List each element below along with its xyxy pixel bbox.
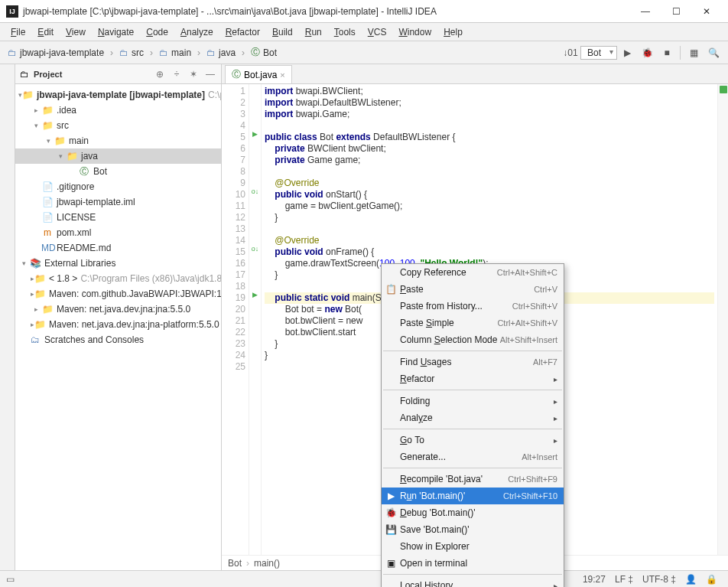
tree-item[interactable]: ▾📚External Libraries <box>15 256 221 271</box>
menu-edit[interactable]: Edit <box>31 25 60 39</box>
menu-help[interactable]: Help <box>437 25 469 39</box>
tree-item[interactable]: ⒸBot <box>15 164 221 179</box>
menu-view[interactable]: View <box>60 25 92 39</box>
build-icon[interactable]: ↓01 <box>562 44 579 61</box>
stop-button[interactable]: ■ <box>658 44 675 61</box>
lock-icon[interactable]: 🔒 <box>706 574 717 585</box>
ctx-analyze[interactable]: Analyze▸ <box>382 409 564 426</box>
app-icon: IJ <box>6 5 18 18</box>
ctx-refactor[interactable]: Refactor▸ <box>382 370 564 387</box>
run-config-select[interactable]: Bot <box>580 46 617 60</box>
file-encoding[interactable]: UTF-8 ‡ <box>642 574 676 585</box>
editor-tab-bot[interactable]: Ⓒ Bot.java × <box>225 65 292 83</box>
project-tool-icon: 🗀 <box>20 69 29 80</box>
breadcrumb-java[interactable]: 🗀java <box>203 46 239 60</box>
ctx-run-bot-main-[interactable]: ▶Run 'Bot.main()'Ctrl+Shift+F10 <box>382 488 564 504</box>
window-title: jbwapi-template [C:\p\jbwapi-java-templa… <box>23 6 630 17</box>
menu-code[interactable]: Code <box>140 25 174 39</box>
ctx-paste[interactable]: 📋PasteCtrl+V <box>382 281 564 298</box>
ctx-column-selection-mode[interactable]: Column Selection ModeAlt+Shift+Insert <box>382 331 564 348</box>
menu-tools[interactable]: Tools <box>328 25 362 39</box>
menu-refactor[interactable]: Refactor <box>219 25 266 39</box>
collapse-icon[interactable]: ÷ <box>171 69 183 80</box>
breadcrumb[interactable]: 🗀jbwapi-java-template›🗀src›🗀main›🗀java›Ⓒ… <box>5 44 280 60</box>
menu-vcs[interactable]: VCS <box>362 25 393 39</box>
tree-item[interactable]: ▸📁Maven: com.github.JavaBWAPI:JBWAPI:1.4 <box>15 286 221 302</box>
tree-item[interactable]: 📄.gitignore <box>15 179 221 194</box>
ctx-copy-reference[interactable]: Copy ReferenceCtrl+Alt+Shift+C <box>382 264 564 281</box>
ctx-open-in-terminal[interactable]: ▣Open in terminal <box>382 555 564 572</box>
tree-item[interactable]: 📄LICENSE <box>15 210 221 225</box>
menu-navigate[interactable]: Navigate <box>92 25 140 39</box>
settings-icon[interactable]: ✶ <box>187 69 200 80</box>
inspection-ok-icon <box>720 86 727 93</box>
tree-item[interactable]: ▸📁< 1.8 >C:\Program Files (x86)\Java\jdk… <box>15 271 221 286</box>
ctx-recompile-bot-java-[interactable]: Recompile 'Bot.java'Ctrl+Shift+F9 <box>382 471 564 488</box>
minimize-button[interactable]: — <box>630 0 661 23</box>
ctx-go-to[interactable]: Go To▸ <box>382 432 564 448</box>
tree-item[interactable]: ▸📁Maven: net.java.dev.jna:jna-platform:5… <box>15 317 221 332</box>
tree-item[interactable]: 📄jbwapi-template.iml <box>15 194 221 210</box>
line-gutter[interactable]: 1234567891011121314151617181920212223242… <box>222 84 249 555</box>
debug-button[interactable]: 🐞 <box>639 44 655 61</box>
left-stripe[interactable] <box>0 64 15 570</box>
method-crumb-method[interactable]: main() <box>254 558 280 569</box>
locate-icon[interactable]: ⊕ <box>154 69 166 80</box>
run-button[interactable]: ▶ <box>619 44 635 61</box>
menu-bar: FileEditViewNavigateCodeAnalyzeRefactorB… <box>0 23 728 41</box>
breadcrumb-main[interactable]: 🗀main <box>156 46 194 60</box>
tree-item[interactable]: ▾📁jbwapi-java-template [jbwapi-template]… <box>15 87 221 103</box>
maximize-button[interactable]: ☐ <box>661 0 691 23</box>
breadcrumb-src[interactable]: 🗀src <box>116 46 147 60</box>
breadcrumb-bot[interactable]: ⒸBot <box>248 44 280 60</box>
error-stripe[interactable] <box>717 84 728 555</box>
breadcrumb-jbwapi-java-template[interactable]: 🗀jbwapi-java-template <box>5 46 107 60</box>
inspection-icon[interactable]: 👤 <box>685 574 697 585</box>
close-tab-icon[interactable]: × <box>280 70 284 80</box>
method-crumb-class[interactable]: Bot <box>228 558 242 569</box>
ctx-generate-[interactable]: Generate...Alt+Insert <box>382 448 564 465</box>
tree-item[interactable]: ▾📁java <box>15 148 221 164</box>
ctx-local-history[interactable]: Local History▸ <box>382 577 564 587</box>
editor-context-menu[interactable]: Copy ReferenceCtrl+Alt+Shift+C📋PasteCtrl… <box>381 263 564 587</box>
close-button[interactable]: ✕ <box>691 0 722 23</box>
layout-icon[interactable]: ▦ <box>685 44 702 61</box>
ctx-paste-simple[interactable]: Paste SimpleCtrl+Alt+Shift+V <box>382 315 564 331</box>
menu-file[interactable]: File <box>5 25 31 39</box>
line-separator[interactable]: LF ‡ <box>615 574 633 585</box>
hide-icon[interactable]: — <box>204 69 216 80</box>
menu-analyze[interactable]: Analyze <box>174 25 219 39</box>
tree-item[interactable]: ▸📁Maven: net.java.dev.jna:jna:5.5.0 <box>15 302 221 317</box>
search-everywhere-icon[interactable]: 🔍 <box>705 44 722 61</box>
gutter-marks[interactable]: ▶o↓o↓▶ <box>249 84 262 555</box>
tree-item[interactable]: MDREADME.md <box>15 240 221 256</box>
editor-tab-label: Bot.java <box>244 70 277 80</box>
menu-window[interactable]: Window <box>392 25 437 39</box>
tree-item[interactable]: ▾📁main <box>15 133 221 148</box>
caret-position[interactable]: 19:27 <box>583 574 606 585</box>
menu-run[interactable]: Run <box>299 25 328 39</box>
ctx-show-in-explorer[interactable]: Show in Explorer <box>382 538 564 555</box>
tree-item[interactable]: 🗂Scratches and Consoles <box>15 332 221 347</box>
tree-item[interactable]: ▸📁.idea <box>15 103 221 118</box>
ctx-paste-from-history-[interactable]: Paste from History...Ctrl+Shift+V <box>382 298 564 315</box>
ctx-folding[interactable]: Folding▸ <box>382 393 564 409</box>
menu-build[interactable]: Build <box>266 25 299 39</box>
ctx-find-usages[interactable]: Find UsagesAlt+F7 <box>382 354 564 370</box>
status-icon[interactable]: ▭ <box>6 574 15 585</box>
project-tool-label[interactable]: Project <box>34 70 149 79</box>
tree-item[interactable]: ▾📁src <box>15 118 221 133</box>
project-tree[interactable]: ▾📁jbwapi-java-template [jbwapi-template]… <box>15 84 221 570</box>
ctx-debug-bot-main-[interactable]: 🐞Debug 'Bot.main()' <box>382 504 564 521</box>
ctx-save-bot-main-[interactable]: 💾Save 'Bot.main()' <box>382 521 564 538</box>
class-icon: Ⓒ <box>232 68 241 81</box>
tree-item[interactable]: mpom.xml <box>15 225 221 240</box>
